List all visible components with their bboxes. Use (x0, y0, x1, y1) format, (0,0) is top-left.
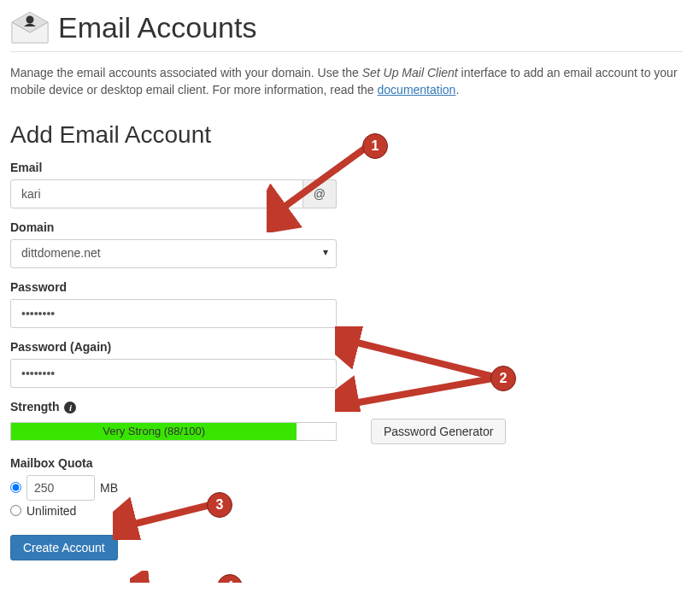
email-input[interactable] (10, 179, 303, 208)
info-icon[interactable]: i (64, 402, 76, 414)
page-title: Email Accounts (58, 11, 256, 44)
email-label: Email (10, 161, 683, 174)
strength-bar: Very Strong (88/100) (10, 422, 337, 441)
at-addon: @ (303, 179, 337, 208)
password2-input[interactable] (10, 359, 337, 388)
strength-label: Strength i (10, 400, 683, 414)
callout-4: 4 (217, 574, 243, 583)
quota-radio-unlimited[interactable] (10, 505, 21, 516)
domain-select[interactable]: dittdomene.net (10, 239, 337, 268)
password-generator-button[interactable]: Password Generator (371, 419, 506, 444)
intro-text: Manage the email accounts associated wit… (10, 64, 683, 99)
quota-radio-value[interactable] (10, 482, 21, 493)
password2-label: Password (Again) (10, 340, 683, 354)
quota-input[interactable] (26, 475, 95, 501)
page-header: Email Accounts (10, 10, 683, 52)
create-account-button[interactable]: Create Account (10, 535, 118, 560)
quota-unlimited-label: Unlimited (26, 504, 76, 518)
password-label: Password (10, 280, 683, 294)
quota-unit: MB (100, 481, 118, 495)
envelope-icon (10, 10, 50, 44)
svg-point-2 (26, 16, 34, 24)
quota-label: Mailbox Quota (10, 456, 683, 470)
section-title: Add Email Account (10, 121, 683, 149)
documentation-link[interactable]: documentation (378, 83, 456, 97)
password-input[interactable] (10, 299, 337, 328)
domain-label: Domain (10, 220, 683, 234)
strength-bar-fill: Very Strong (88/100) (11, 423, 297, 440)
